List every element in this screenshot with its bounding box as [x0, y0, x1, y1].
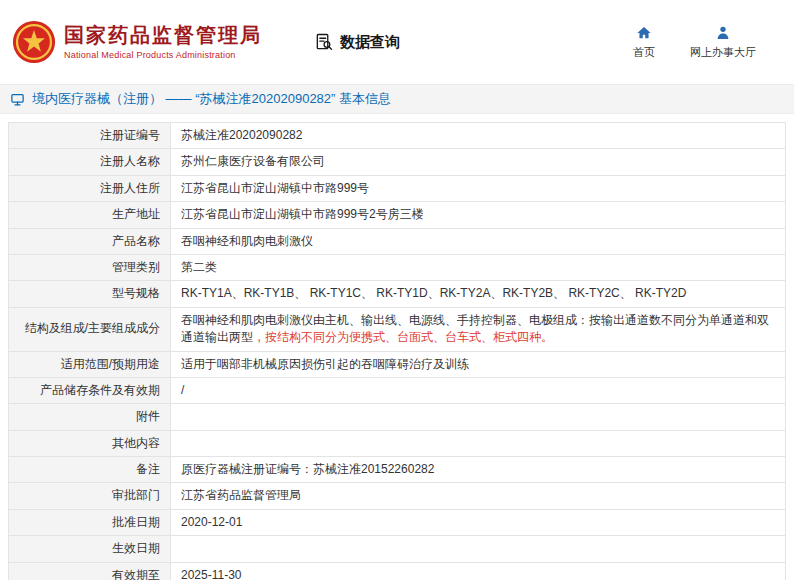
table-row: 其他内容 [9, 430, 786, 456]
document-search-icon [314, 32, 334, 52]
row-value: 江苏省昆山市淀山湖镇中市路999号2号房三楼 [171, 202, 786, 228]
nav-home[interactable]: 首页 [624, 25, 664, 60]
table-row: 注册人名称苏州仁康医疗设备有限公司 [9, 149, 786, 175]
national-emblem-logo [12, 20, 56, 64]
table-row: 型号规格RK-TY1A、RK-TY1B、 RK-TY1C、 RK-TY1D、RK… [9, 281, 786, 307]
row-label: 结构及组成/主要组成成分 [9, 307, 171, 351]
row-value: 江苏省药品监督管理局 [171, 483, 786, 509]
row-value: 江苏省昆山市淀山湖镇中市路999号 [171, 175, 786, 201]
brand-text: 国家药品监督管理局 National Medical Products Admi… [64, 24, 262, 60]
table-row: 生产地址江苏省昆山市淀山湖镇中市路999号2号房三楼 [9, 202, 786, 228]
data-query-label: 数据查询 [340, 33, 400, 52]
agency-name: 国家药品监督管理局 [64, 24, 262, 46]
row-label: 批准日期 [9, 509, 171, 535]
row-value-text: 第二类 [181, 260, 217, 274]
nav-online-hall-label: 网上办事大厅 [690, 45, 756, 60]
row-value-highlight: ，按结构不同分为便携式、台面式、台车式、柜式四种。 [253, 330, 553, 344]
table-row: 附件 [9, 404, 786, 430]
table-row: 产品名称吞咽神经和肌肉电刺激仪 [9, 228, 786, 254]
row-label: 产品名称 [9, 228, 171, 254]
row-label: 生产地址 [9, 202, 171, 228]
table-row: 备注原医疗器械注册证编号：苏械注准20152260282 [9, 457, 786, 483]
row-value: / [171, 377, 786, 403]
row-value [171, 430, 786, 456]
site-header: 国家药品监督管理局 National Medical Products Admi… [0, 0, 794, 84]
row-label: 注册人住所 [9, 175, 171, 201]
table-row: 产品储存条件及有效期/ [9, 377, 786, 403]
table-row: 审批部门江苏省药品监督管理局 [9, 483, 786, 509]
page-title: 境内医疗器械（注册） —— “苏械注准20202090282” 基本信息 [32, 90, 391, 108]
table-row: 生效日期 [9, 536, 786, 562]
row-label: 产品储存条件及有效期 [9, 377, 171, 403]
table-row: 适用范围/预期用途适用于咽部非机械原因损伤引起的吞咽障碍治疗及训练 [9, 351, 786, 377]
row-label: 审批部门 [9, 483, 171, 509]
row-value-text: 2025-11-30 [181, 568, 242, 580]
person-icon [715, 25, 731, 41]
row-value-text: 原医疗器械注册证编号：苏械注准20152260282 [181, 462, 434, 476]
agency-name-en: National Medical Products Administration [64, 50, 262, 60]
row-value: 2025-11-30 [171, 562, 786, 580]
row-value [171, 536, 786, 562]
row-label: 附件 [9, 404, 171, 430]
row-value: 苏州仁康医疗设备有限公司 [171, 149, 786, 175]
row-label: 其他内容 [9, 430, 171, 456]
row-label: 注册人名称 [9, 149, 171, 175]
row-value-text: 吞咽神经和肌肉电刺激仪 [181, 234, 313, 248]
row-value-text: 江苏省昆山市淀山湖镇中市路999号 [181, 181, 369, 195]
row-value-text: 苏械注准20202090282 [181, 128, 302, 142]
row-label: 适用范围/预期用途 [9, 351, 171, 377]
nav-home-label: 首页 [633, 45, 655, 60]
row-label: 备注 [9, 457, 171, 483]
row-value: RK-TY1A、RK-TY1B、 RK-TY1C、 RK-TY1D、RK-TY2… [171, 281, 786, 307]
row-value: 吞咽神经和肌肉电刺激仪 [171, 228, 786, 254]
monitor-icon [10, 92, 25, 107]
row-value [171, 404, 786, 430]
row-value: 适用于咽部非机械原因损伤引起的吞咽障碍治疗及训练 [171, 351, 786, 377]
row-label: 注册证编号 [9, 123, 171, 149]
row-value-text: 江苏省昆山市淀山湖镇中市路999号2号房三楼 [181, 207, 424, 221]
row-value: 2020-12-01 [171, 509, 786, 535]
row-value-text: 苏州仁康医疗设备有限公司 [181, 154, 325, 168]
row-value: 原医疗器械注册证编号：苏械注准20152260282 [171, 457, 786, 483]
breadcrumb: 境内医疗器械（注册） —— “苏械注准20202090282” 基本信息 [0, 84, 794, 114]
row-value-text: 适用于咽部非机械原因损伤引起的吞咽障碍治疗及训练 [181, 357, 469, 371]
brand: 国家药品监督管理局 National Medical Products Admi… [12, 20, 262, 64]
row-value-text: 2020-12-01 [181, 515, 242, 529]
row-value: 第二类 [171, 254, 786, 280]
table-row: 结构及组成/主要组成成分吞咽神经和肌肉电刺激仪由主机、输出线、电源线、手持控制器… [9, 307, 786, 351]
row-value: 苏械注准20202090282 [171, 123, 786, 149]
row-label: 型号规格 [9, 281, 171, 307]
table-row: 有效期至2025-11-30 [9, 562, 786, 580]
row-value-text: RK-TY1A、RK-TY1B、 RK-TY1C、 RK-TY1D、RK-TY2… [181, 286, 686, 300]
table-row: 注册人住所江苏省昆山市淀山湖镇中市路999号 [9, 175, 786, 201]
table-row: 管理类别第二类 [9, 254, 786, 280]
registration-info-table: 注册证编号苏械注准20202090282注册人名称苏州仁康医疗设备有限公司注册人… [8, 122, 786, 580]
table-row: 注册证编号苏械注准20202090282 [9, 123, 786, 149]
data-query-title: 数据查询 [314, 32, 400, 52]
table-row: 批准日期2020-12-01 [9, 509, 786, 535]
row-value: 吞咽神经和肌肉电刺激仪由主机、输出线、电源线、手持控制器、电极组成：按输出通道数… [171, 307, 786, 351]
row-label: 有效期至 [9, 562, 171, 580]
row-value-text: / [181, 383, 184, 397]
row-label: 生效日期 [9, 536, 171, 562]
row-value-text: 江苏省药品监督管理局 [181, 488, 301, 502]
row-label: 管理类别 [9, 254, 171, 280]
nav-online-hall[interactable]: 网上办事大厅 [690, 25, 756, 60]
home-icon [636, 25, 652, 41]
